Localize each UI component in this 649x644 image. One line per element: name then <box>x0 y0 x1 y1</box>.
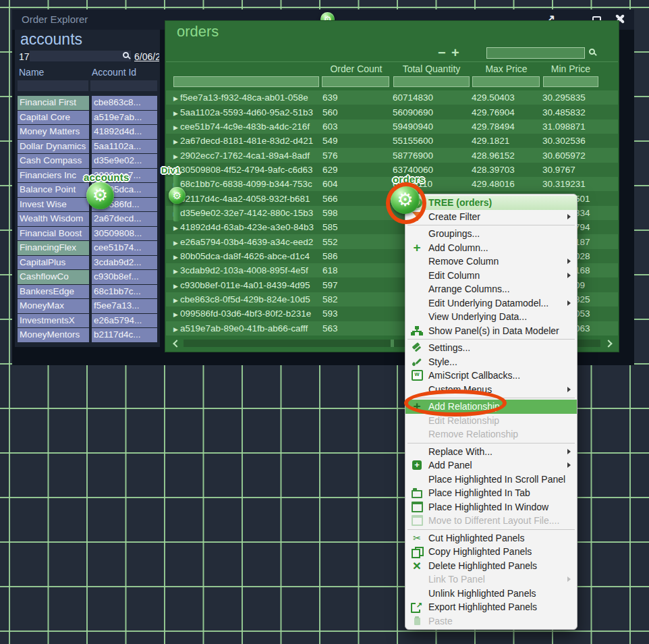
order-row[interactable]: 2902ecc7-1762-4ca1-89a4-8adf576587769004… <box>166 148 618 162</box>
menu-item-label: Place Highlighted In Scroll Panel <box>428 474 565 485</box>
menu-item-remove-column[interactable]: Remove Column <box>405 254 577 269</box>
account-id-cell: e26a5794... <box>92 314 157 328</box>
menu-item-cut-highlighted-panels[interactable]: Cut Highlighted Panels <box>405 531 577 545</box>
order-row[interactable]: cee51b74-4c9e-483b-a4dc-216f603594909404… <box>166 119 618 134</box>
tree-expander-icon[interactable] <box>173 92 178 103</box>
account-row[interactable]: MoneyMaxf5ee7a13... <box>18 299 157 313</box>
accounts-gear-button[interactable]: ⚙ <box>86 182 114 209</box>
menu-item-arrange-columns[interactable]: Arrange Columns... <box>405 282 577 296</box>
divider-gear-button[interactable]: ⚙ <box>169 187 186 204</box>
remove-row-button[interactable]: − <box>438 45 446 61</box>
orders-gear-button[interactable]: ⚙ <box>391 185 420 214</box>
tree-expander-icon[interactable] <box>173 237 178 247</box>
orders-qty-filter-input[interactable] <box>393 76 470 87</box>
order-row[interactable]: 68c1bb7c-6838-4099-b344-753c604632181104… <box>166 177 618 191</box>
menu-item-replace-with[interactable]: Replace With... <box>405 445 577 459</box>
menu-item-place-highlighted-in-window[interactable]: Place Highlighted In Window <box>405 500 577 514</box>
menu-item-settings[interactable]: Settings... <box>405 341 577 355</box>
tree-expander-icon[interactable] <box>173 265 178 275</box>
menu-item-label: Add Relationship <box>428 401 500 412</box>
menu-item-edit-column[interactable]: Edit Column <box>405 269 577 283</box>
account-name-cell: Invest Wise <box>18 198 89 212</box>
account-row[interactable]: InvestmentsXe26a5794... <box>18 314 157 328</box>
menu-item-amiscript-callbacks[interactable]: AmiScript Callbacks... <box>405 369 577 383</box>
menu-item-add-column[interactable]: Add Column... <box>405 241 577 255</box>
orders-header-row: Order Count Total Quantity Max Price Min… <box>166 61 618 74</box>
account-id-cell: 41892d4d... <box>92 125 157 139</box>
order-id-cell: 3cdab9d2-103a-4008-895f-4e5f <box>166 265 320 275</box>
tree-expander-icon[interactable] <box>173 122 178 132</box>
accounts-search-input[interactable] <box>30 51 131 61</box>
scroll-left-icon[interactable] <box>173 340 180 347</box>
add-row-button[interactable]: + <box>451 45 459 61</box>
menu-separator <box>407 443 575 444</box>
menu-item-export-highlighted-panels[interactable]: Export Highlighted Panels <box>405 600 577 614</box>
orders-min-filter-input[interactable] <box>543 76 598 87</box>
tree-expander-icon[interactable] <box>173 222 178 232</box>
account-row[interactable]: Financial Firstcbe863c8... <box>18 96 157 110</box>
menu-item-tree-orders[interactable]: TREE (orders) <box>405 196 577 210</box>
order-row[interactable]: 5aa1102a-5593-4d60-95a2-51b3560560906904… <box>166 105 618 119</box>
column-header-max-price[interactable]: Max Price <box>471 63 542 74</box>
menu-item-add-relationship[interactable]: Add Relationship <box>405 400 577 414</box>
account-row[interactable]: Cash Compassd35e9e02... <box>18 154 157 168</box>
tree-expander-icon[interactable] <box>173 323 178 333</box>
account-row[interactable]: FinancingFlexcee51b74... <box>18 241 157 255</box>
account-row[interactable]: Money Matters41892d4d... <box>18 125 157 139</box>
account-name-cell: FinancingFlex <box>18 241 89 255</box>
orders-count-filter-input[interactable] <box>322 76 389 87</box>
menu-item-style[interactable]: Style... <box>405 355 577 369</box>
accounts-id-filter-input[interactable] <box>90 80 157 91</box>
account-row[interactable]: Capital Corea519e7ab... <box>18 111 157 125</box>
menu-item-add-panel[interactable]: Add Panel <box>405 458 577 473</box>
accounts-column-header-name[interactable]: Name <box>19 67 44 78</box>
order-row[interactable]: f5ee7a13-f932-48ca-ab01-058e639607148304… <box>166 90 618 105</box>
menu-item-unlink-highlighted-panels[interactable]: Unlink Highlighted Panels <box>405 587 577 601</box>
account-row[interactable]: Financial Boost30509808... <box>18 227 157 241</box>
tree-expander-icon[interactable] <box>173 280 178 290</box>
orders-id-filter-input[interactable] <box>173 76 319 87</box>
search-icon[interactable] <box>123 52 129 58</box>
order-row[interactable]: 2a67decd-8181-481e-83d2-d421549551556004… <box>166 134 618 148</box>
menu-item-place-highlighted-in-scroll-panel[interactable]: Place Highlighted In Scroll Panel <box>405 473 577 487</box>
account-name-cell: Capital Core <box>18 111 89 125</box>
account-row[interactable]: BankersEdge68c1bb7c... <box>18 285 157 299</box>
account-row[interactable]: MoneyMentorsb2117d4c... <box>18 328 157 342</box>
tree-expander-icon[interactable] <box>173 294 178 304</box>
menu-item-create-filter[interactable]: Create Filter <box>405 210 577 224</box>
order-count-cell: 593 <box>320 308 391 319</box>
account-row[interactable]: CapitalPlus3cdab9d2... <box>18 256 157 270</box>
column-header-order-count[interactable]: Order Count <box>320 63 392 74</box>
scrollbar-thumb[interactable] <box>391 340 394 347</box>
menu-item-copy-highlighted-panels[interactable]: Copy Highlighted Panels <box>405 545 577 559</box>
column-header-total-quantity[interactable]: Total Quantity <box>392 63 471 74</box>
orders-search-input[interactable] <box>486 47 585 59</box>
account-row[interactable]: Wealth Wisdom2a67decd... <box>18 212 157 226</box>
column-header-min-price[interactable]: Min Price <box>542 63 600 74</box>
tree-expander-icon[interactable] <box>173 107 178 117</box>
menu-item-label: Remove Column <box>428 256 499 267</box>
search-icon[interactable] <box>589 49 595 55</box>
menu-item-groupings[interactable]: Groupings... <box>405 227 577 241</box>
account-row[interactable]: Dollar Dynamics5aa1102a... <box>18 140 157 154</box>
tree-expander-icon[interactable] <box>173 136 178 146</box>
orders-max-filter-input[interactable] <box>472 76 540 87</box>
tree-expander-icon[interactable] <box>173 151 178 161</box>
scroll-right-icon[interactable] <box>604 340 612 347</box>
order-id-cell: d35e9e02-32e7-4142-880c-15b3 <box>166 208 320 218</box>
accounts-column-header-id[interactable]: Account Id <box>92 67 136 78</box>
order-count-cell: 598 <box>320 208 391 218</box>
menu-item-delete-highlighted-panels[interactable]: Delete Highlighted Panels <box>405 559 577 573</box>
menu-item-edit-underlying-datamodel[interactable]: Edit Underlying Datamodel... <box>405 296 577 311</box>
accounts-name-filter-input[interactable] <box>18 80 88 91</box>
tree-expander-icon[interactable] <box>173 308 178 319</box>
menu-item-view-underlying-data[interactable]: View Underlying Data... <box>405 310 577 324</box>
menu-item-place-highlighted-in-tab[interactable]: Place Highlighted In Tab <box>405 486 577 500</box>
menu-item-custom-menus[interactable]: Custom Menus <box>405 383 577 397</box>
tree-expander-icon[interactable] <box>173 251 178 261</box>
menu-item-paste: Paste <box>405 614 577 628</box>
menu-item-show-panel-s-in-data-modeler[interactable]: Show Panel(s) in Data Modeler <box>405 324 577 338</box>
menu-item-label: View Underlying Data... <box>428 311 527 322</box>
order-row[interactable]: 30509808-4f52-4794-9afc-c6d6362963740060… <box>166 163 618 177</box>
account-row[interactable]: CashflowCoc930b8ef... <box>18 270 157 284</box>
